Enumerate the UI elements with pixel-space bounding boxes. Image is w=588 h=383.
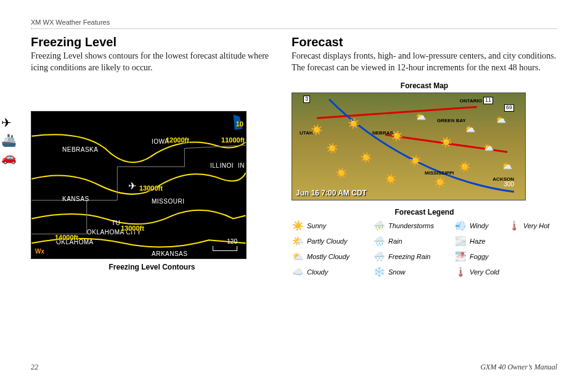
page-number: 22 (31, 363, 38, 372)
legend-snow: ❄️Snow (373, 266, 453, 278)
sun-icon: ☀️ (311, 124, 323, 136)
legend-veryhot: 🌡️Very Hot (508, 220, 557, 231)
cloudy-icon: ☁️ (292, 266, 304, 278)
foggy-icon: 🌁 (454, 251, 467, 262)
contour-11000: 11000ft (221, 136, 245, 144)
road-69: 69 (504, 104, 514, 112)
forecast-time: Jun 16 7:00 AM CDT (296, 189, 367, 197)
section-header: XM WX Weather Features (31, 19, 557, 29)
sidebar-mode-icons: ✈ 🚢 🚗 (0, 114, 20, 166)
scale-value: 120 (227, 238, 237, 245)
sun-icon: ☀️ (326, 142, 338, 154)
manual-title: GXM 40 Owner’s Manual (480, 363, 557, 372)
verycold-icon: 🌡️ (454, 266, 467, 278)
page-footer: 22 GXM 40 Owner’s Manual (31, 363, 557, 372)
rain-icon: 🌧️ (373, 236, 385, 247)
cloud-icon: ⛅ (415, 112, 426, 121)
fc-ontario: ONTARIO (460, 98, 482, 104)
partlycloudy-icon: 🌤️ (292, 236, 304, 247)
legend-thunderstorms: ⛈️Thunderstorms (373, 220, 453, 231)
state-nebraska: NEBRASKA (62, 146, 98, 153)
forecast-legend-caption: Forecast Legend (292, 208, 557, 216)
svg-text:✈: ✈ (128, 181, 136, 191)
legend-sunny: ☀️Sunny (292, 220, 372, 231)
state-tu: TU (112, 220, 120, 226)
legend-rain: 🌧️Rain (373, 236, 453, 247)
mostlycloudy-icon: ⛅ (292, 251, 304, 262)
sun-icon: ☀️ (391, 130, 403, 142)
legend-cloudy: ☁️Cloudy (292, 266, 372, 278)
freezing-level-map: ✈ NEBRASKA IOWA KANSAS MISSOURI ILLINOI … (31, 111, 247, 259)
thunderstorm-icon: ⛈️ (373, 220, 385, 231)
contour-10: 10 (236, 120, 243, 128)
road-11: 11 (483, 97, 493, 104)
state-arkansas: ARKANSAS (152, 250, 187, 257)
legend-mostlycloudy: ⛅Mostly Cloudy (292, 251, 372, 262)
legend-freezingrain: 🌨️Freezing Rain (373, 251, 453, 262)
freezingrain-icon: 🌨️ (373, 251, 385, 262)
sun-icon: ☀️ (348, 118, 360, 130)
boat-icon: 🚢 (1, 134, 17, 146)
contour-13000b: 13000ft (121, 224, 144, 232)
forecast-body: Forecast displays fronts, high- and low-… (292, 51, 557, 74)
sun-icon: ☀️ (409, 155, 422, 167)
freezing-map-caption: Freezing Level Contours (31, 263, 273, 271)
road-3: 3 (303, 96, 310, 103)
fc-scale: 300 (504, 181, 514, 187)
snow-icon: ❄️ (373, 266, 385, 278)
state-kansas: KANSAS (62, 196, 89, 202)
sun-icon: ☀️ (385, 173, 397, 185)
sun-icon: ☀️ (440, 136, 452, 148)
left-column: Freezing Level Freezing Level shows cont… (31, 35, 273, 278)
cloud-icon: ⛅ (502, 161, 512, 171)
sun-icon: ☀️ (360, 152, 372, 163)
right-column: Forecast Forecast displays fronts, high-… (292, 35, 557, 278)
cloud-icon: ⛅ (496, 115, 506, 125)
fc-mississippi: MISSISSIPPI (425, 170, 454, 176)
sun-icon: ☀️ (335, 167, 348, 179)
car-icon: 🚗 (1, 151, 17, 163)
haze-icon: 🌫️ (454, 236, 467, 247)
veryhot-icon: 🌡️ (508, 220, 520, 231)
legend-haze: 🌫️Haze (454, 236, 507, 247)
forecast-legend: ☀️Sunny ⛈️Thunderstorms 💨Windy 🌡️Very Ho… (292, 220, 557, 278)
forecast-map: 3 11 69 UTAH NEBRAS GREEN BAY MISSISSIPP… (292, 93, 526, 200)
freezing-level-heading: Freezing Level (31, 35, 273, 49)
fc-nebraska: NEBRAS (372, 130, 393, 136)
legend-foggy: 🌁Foggy (454, 251, 507, 262)
cloud-icon: ⛅ (465, 124, 475, 134)
state-missouri: MISSOURI (152, 198, 184, 205)
contour-14000: 14000ft (55, 234, 78, 241)
scale-bar (213, 246, 237, 251)
freezing-level-body: Freezing Level shows contours for the lo… (31, 51, 273, 74)
forecast-heading: Forecast (292, 35, 557, 49)
contour-13000a: 13000ft (139, 184, 163, 192)
cloud-icon: ⛅ (483, 142, 494, 152)
sun-icon: ☀️ (434, 176, 446, 188)
contour-12000: 12000ft (166, 136, 189, 144)
legend-windy: 💨Windy (454, 220, 507, 231)
state-in: IN (238, 162, 245, 169)
legend-verycold: 🌡️Very Cold (454, 266, 507, 278)
sun-icon: ☀️ (459, 161, 471, 173)
state-illinois: ILLINOI (210, 162, 234, 169)
legend-partlycloudy: 🌤️Partly Cloudy (292, 236, 372, 247)
fc-greenbay: GREEN BAY (437, 118, 466, 123)
forecast-map-caption: Forecast Map (292, 81, 557, 90)
sunny-icon: ☀️ (292, 220, 304, 231)
windy-icon: 💨 (454, 220, 467, 231)
plane-icon: ✈ (1, 117, 17, 129)
wx-label: Wx (35, 248, 44, 255)
